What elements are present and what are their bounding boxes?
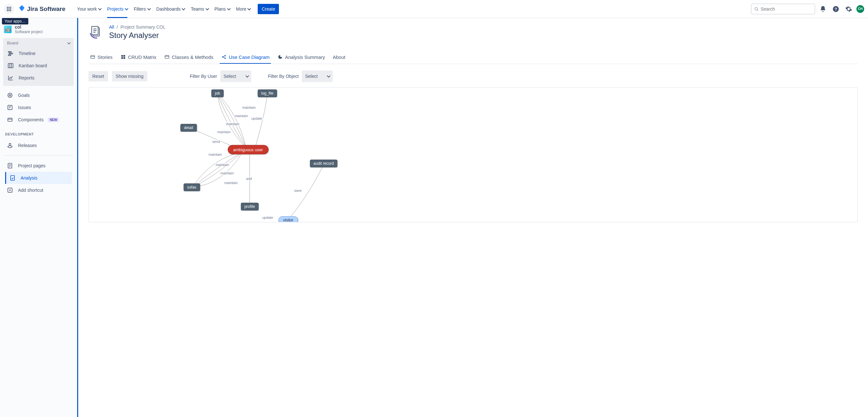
chevron-down-icon bbox=[245, 74, 249, 78]
sidebar-item-timeline[interactable]: Timeline bbox=[3, 47, 74, 60]
show-missing-button[interactable]: Show missing bbox=[112, 71, 147, 81]
sidebar: 🤖 col Software project Board Timeline Ka… bbox=[0, 18, 77, 417]
issues-icon bbox=[6, 104, 13, 111]
project-name: col bbox=[15, 25, 43, 30]
nav-plans[interactable]: Plans bbox=[212, 4, 232, 14]
sidebar-item-goals[interactable]: Goals bbox=[3, 89, 74, 101]
notifications-button[interactable] bbox=[818, 4, 828, 14]
breadcrumb-all[interactable]: All bbox=[109, 25, 114, 30]
breadcrumb-current: Project Summary COL bbox=[120, 25, 165, 30]
chevron-down-icon bbox=[147, 6, 151, 10]
tab-stories[interactable]: Stories bbox=[89, 52, 114, 64]
svg-rect-6 bbox=[7, 10, 8, 11]
help-button[interactable]: ? bbox=[831, 4, 841, 14]
breadcrumb: All / Project Summary COL bbox=[109, 25, 166, 30]
edge-maintain: maintain bbox=[224, 181, 238, 185]
node-log-file[interactable]: log_file bbox=[258, 89, 277, 97]
search-input[interactable] bbox=[761, 6, 812, 11]
svg-rect-1 bbox=[8, 7, 9, 8]
nav-projects[interactable]: Projects bbox=[104, 4, 130, 14]
nav-teams[interactable]: Teams bbox=[188, 4, 210, 14]
add-icon bbox=[6, 187, 13, 194]
svg-rect-3 bbox=[7, 8, 8, 9]
help-icon: ? bbox=[832, 5, 839, 12]
filter-object-label: Filter By Object bbox=[268, 74, 299, 79]
chevron-down-icon bbox=[227, 6, 230, 10]
nav-more[interactable]: More bbox=[234, 4, 253, 14]
app-switcher-button[interactable] bbox=[4, 4, 14, 14]
tab-usecase[interactable]: Use Case Diagram bbox=[220, 52, 271, 64]
reset-button[interactable]: Reset bbox=[89, 71, 108, 81]
node-detail[interactable]: detail bbox=[181, 124, 197, 131]
top-navigation: Jira Software Your work Projects Filters… bbox=[0, 0, 868, 18]
list-icon bbox=[90, 54, 96, 60]
node-visitor[interactable]: visitor bbox=[278, 216, 298, 222]
divider bbox=[4, 155, 73, 156]
node-profile[interactable]: profile bbox=[241, 203, 259, 210]
node-audit-record[interactable]: audit record bbox=[310, 159, 337, 167]
edge-add: add bbox=[245, 177, 253, 180]
svg-rect-30 bbox=[165, 55, 169, 58]
nav-your-work[interactable]: Your work bbox=[74, 4, 103, 14]
chevron-down-icon bbox=[98, 6, 102, 10]
sidebar-item-issues[interactable]: Issues bbox=[3, 101, 74, 114]
node-sofas[interactable]: sofas bbox=[184, 183, 200, 191]
project-icon: 🤖 bbox=[4, 25, 11, 33]
board-label[interactable]: Board bbox=[3, 40, 74, 47]
tab-crud[interactable]: CRUD Matrix bbox=[119, 52, 158, 64]
page-header: All / Project Summary COL Story Analyser bbox=[89, 25, 858, 40]
user-avatar[interactable]: CH bbox=[857, 5, 864, 13]
filter-object-select[interactable]: Select bbox=[302, 70, 333, 82]
chevron-down-icon bbox=[327, 74, 331, 78]
topnav-left: Jira Software Your work Projects Filters… bbox=[4, 4, 279, 14]
node-ambiguous-user[interactable]: ambiguous user bbox=[228, 145, 269, 154]
node-job[interactable]: job bbox=[211, 89, 224, 97]
svg-point-17 bbox=[9, 95, 11, 96]
timeline-icon bbox=[7, 50, 14, 57]
sidebar-item-reports[interactable]: Reports bbox=[3, 72, 74, 84]
analysis-icon bbox=[9, 174, 16, 181]
jira-logo[interactable]: Jira Software bbox=[16, 5, 68, 13]
edge-save: save bbox=[293, 188, 302, 192]
sidebar-item-add-shortcut[interactable]: Add shortcut bbox=[3, 184, 74, 196]
planning-group: Goals Issues ComponentsNEW bbox=[0, 88, 77, 127]
breadcrumb-separator: / bbox=[117, 25, 118, 30]
sidebar-item-releases[interactable]: Releases bbox=[3, 139, 74, 152]
project-type: Software project bbox=[15, 30, 43, 34]
filter-user-select[interactable]: Select bbox=[220, 70, 251, 82]
sidebar-item-kanban[interactable]: Kanban board bbox=[3, 60, 74, 72]
tab-classes[interactable]: Classes & Methods bbox=[163, 52, 215, 64]
svg-rect-29 bbox=[123, 57, 125, 59]
svg-rect-8 bbox=[10, 10, 11, 11]
search-box[interactable] bbox=[751, 3, 815, 14]
chart-icon bbox=[7, 74, 14, 81]
nav-filters[interactable]: Filters bbox=[131, 4, 153, 14]
svg-rect-21 bbox=[11, 176, 14, 180]
svg-rect-0 bbox=[7, 7, 8, 8]
filter-by-object: Filter By Object Select bbox=[268, 70, 333, 82]
usecase-diagram[interactable]: job log_file detail ambiguous user sofas… bbox=[89, 87, 858, 222]
new-badge: NEW bbox=[48, 117, 59, 122]
sidebar-item-analysis[interactable]: Analysis bbox=[5, 172, 72, 184]
story-analyser-icon bbox=[89, 25, 104, 40]
tab-about[interactable]: About bbox=[331, 52, 346, 64]
sidebar-item-project-pages[interactable]: Project pages bbox=[3, 159, 74, 172]
bottom-group: Project pages Analysis Add shortcut bbox=[0, 158, 77, 198]
svg-rect-12 bbox=[8, 52, 11, 53]
window-icon bbox=[164, 54, 170, 60]
nav-dashboards[interactable]: Dashboards bbox=[154, 4, 187, 14]
grid-icon bbox=[120, 54, 126, 60]
settings-button[interactable] bbox=[843, 4, 854, 14]
bell-icon bbox=[819, 5, 827, 12]
filter-by-user: Filter By User Select bbox=[190, 70, 251, 82]
gear-icon bbox=[845, 5, 852, 12]
sidebar-item-components[interactable]: ComponentsNEW bbox=[3, 114, 74, 126]
svg-point-31 bbox=[222, 57, 223, 58]
create-button[interactable]: Create bbox=[258, 4, 279, 14]
svg-rect-13 bbox=[9, 53, 13, 54]
ship-icon bbox=[6, 142, 13, 149]
tooltip-your-apps: Your apps… bbox=[2, 18, 28, 25]
tab-summary[interactable]: Analysis Summary bbox=[276, 52, 326, 64]
board-icon bbox=[7, 62, 14, 69]
edge-maintain: maintain bbox=[242, 106, 256, 110]
